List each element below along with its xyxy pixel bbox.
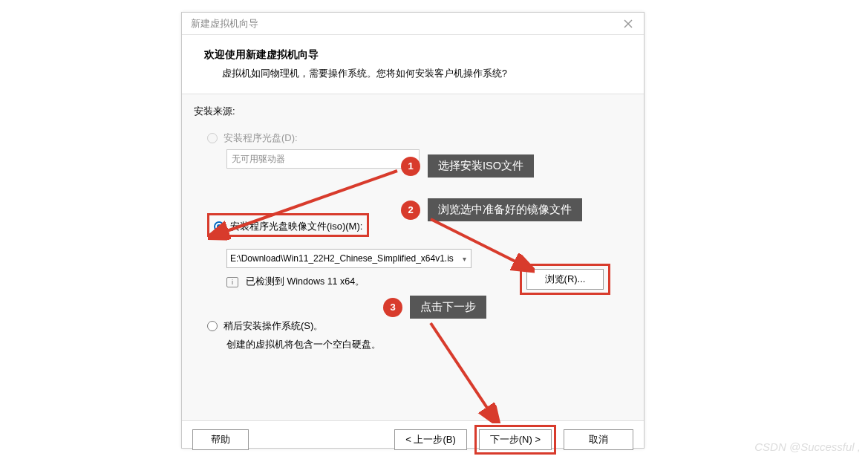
close-icon[interactable] xyxy=(621,17,635,30)
callout-badge-3: 3 xyxy=(383,298,402,317)
callout-badge-2: 2 xyxy=(401,201,420,220)
iso-path-input[interactable]: E:\Download\Win11_22H2_Chinese_Simplifie… xyxy=(226,249,471,268)
cancel-button[interactable]: 取消 xyxy=(564,429,633,450)
help-button[interactable]: 帮助 xyxy=(192,429,249,450)
disc-dropdown: 无可用驱动器 ▾ xyxy=(226,149,420,169)
callout-badge-1: 1 xyxy=(401,157,420,176)
next-button[interactable]: 下一步(N) > xyxy=(479,429,552,450)
radio-later-input[interactable] xyxy=(207,321,218,331)
callout-2: 2 浏览选中准备好的镜像文件 xyxy=(401,198,582,221)
radio-iso-input[interactable] xyxy=(214,221,224,232)
detected-text: 已检测到 Windows 11 x64。 xyxy=(246,276,365,288)
radio-iso-highlight: 安装程序光盘映像文件(iso)(M): xyxy=(207,213,369,237)
disc-dropdown-value: 无可用驱动器 xyxy=(232,153,285,166)
radio-disc-input xyxy=(207,133,218,143)
header-subtitle: 虚拟机如同物理机，需要操作系统。您将如何安装客户机操作系统? xyxy=(222,68,621,80)
iso-path-value: E:\Download\Win11_22H2_Chinese_Simplifie… xyxy=(230,253,454,264)
callout-1: 1 选择安装ISO文件 xyxy=(401,154,534,178)
install-source-label: 安装来源: xyxy=(194,105,632,118)
callout-text-3: 点击下一步 xyxy=(410,296,486,319)
radio-disc[interactable]: 安装程序光盘(D): xyxy=(207,131,632,145)
dialog-footer: 帮助 < 上一步(B) 下一步(N) > 取消 xyxy=(182,421,644,458)
dialog-title: 新建虚拟机向导 xyxy=(191,17,258,30)
dialog-header: 欢迎使用新建虚拟机向导 虚拟机如同物理机，需要操作系统。您将如何安装客户机操作系… xyxy=(182,35,644,94)
info-icon: i xyxy=(226,277,238,287)
titlebar: 新建虚拟机向导 xyxy=(182,13,644,35)
callout-text-2: 浏览选中准备好的镜像文件 xyxy=(428,198,582,221)
callout-text-1: 选择安装ISO文件 xyxy=(428,154,534,178)
wizard-dialog: 新建虚拟机向导 欢迎使用新建虚拟机向导 虚拟机如同物理机，需要操作系统。您将如何… xyxy=(181,12,645,449)
watermark: CSDN @Successful , xyxy=(754,440,861,453)
radio-later-label: 稍后安装操作系统(S)。 xyxy=(223,319,323,333)
radio-iso[interactable]: 安装程序光盘映像文件(iso)(M): xyxy=(214,220,362,233)
back-button[interactable]: < 上一步(B) xyxy=(394,429,467,450)
browse-button[interactable]: 浏览(R)... xyxy=(526,269,604,290)
browse-button-highlight: 浏览(R)... xyxy=(520,264,610,295)
chevron-down-icon[interactable]: ▾ xyxy=(463,255,466,263)
callout-3: 3 点击下一步 xyxy=(383,296,486,319)
radio-disc-label: 安装程序光盘(D): xyxy=(223,131,298,145)
next-button-highlight: 下一步(N) > xyxy=(474,425,556,455)
dialog-content: 安装来源: 安装程序光盘(D): 无可用驱动器 ▾ 安装程序光盘映像文件(iso… xyxy=(182,94,644,421)
radio-later-desc: 创建的虚拟机将包含一个空白硬盘。 xyxy=(226,339,632,351)
header-title: 欢迎使用新建虚拟机向导 xyxy=(204,48,621,62)
radio-iso-label: 安装程序光盘映像文件(iso)(M): xyxy=(230,220,362,233)
radio-later[interactable]: 稍后安装操作系统(S)。 xyxy=(207,319,632,333)
